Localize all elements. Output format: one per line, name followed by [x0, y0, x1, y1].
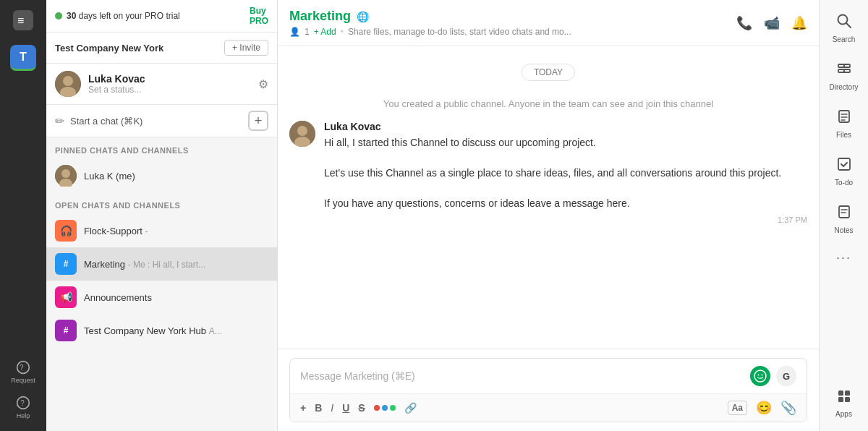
red-color-dot: [374, 405, 380, 411]
svg-rect-26: [839, 206, 849, 218]
svg-point-15: [754, 370, 766, 382]
add-members-link[interactable]: + Add: [314, 27, 336, 37]
svg-point-16: [758, 375, 760, 376]
request-nav-item[interactable]: ? Request: [8, 356, 38, 388]
svg-point-13: [297, 126, 307, 136]
trial-bar: 30 days left on your PRO trial Buy PRO: [46, 0, 277, 33]
trial-text: 30 days left on your PRO trial: [67, 11, 180, 21]
channel-item-hub[interactable]: # Test Company New York Hub A...: [46, 314, 277, 347]
start-chat-label: Start a chat (⌘K): [70, 116, 142, 127]
chat-header: Marketing 🌐 👤 1 + Add • Share files, man…: [278, 0, 819, 46]
attach-file-button[interactable]: 📎: [780, 400, 796, 416]
text-format-button[interactable]: Aa: [728, 401, 747, 415]
message-input-box: Message Marketing (⌘E) G + B: [289, 358, 807, 422]
more-options-button[interactable]: ···: [830, 244, 857, 271]
invite-button[interactable]: + Invite: [224, 40, 268, 56]
emoji-toolbar-button[interactable]: 😊: [756, 400, 772, 416]
user-status[interactable]: Set a status...: [88, 85, 145, 95]
directory-sidebar-item[interactable]: Directory: [820, 54, 868, 98]
channel-icon-announcements: 📢: [55, 286, 77, 308]
todo-icon: [836, 156, 852, 176]
formatting-toolbar: + B I U S 🔗 Aa 😊 📎: [290, 393, 807, 422]
files-icon: [836, 108, 852, 128]
new-channel-button[interactable]: +: [248, 111, 268, 131]
apps-grid-icon: [836, 388, 852, 407]
right-sidebar: Search Directory Files: [819, 0, 868, 431]
pencil-icon: ✏: [55, 114, 64, 128]
start-chat-row: ✏ Start a chat (⌘K) +: [46, 105, 277, 137]
svg-line-19: [846, 23, 851, 27]
message-text: Hi all, I started this Channel to discus…: [324, 135, 807, 211]
strikethrough-button[interactable]: S: [358, 402, 365, 414]
channel-description: Share files, manage to-do lists, start v…: [348, 27, 571, 37]
settings-gear-icon[interactable]: ⚙: [258, 77, 268, 91]
svg-text:≡: ≡: [17, 14, 24, 27]
notes-sidebar-item[interactable]: Notes: [820, 197, 868, 242]
search-sidebar-item[interactable]: Search: [820, 6, 868, 51]
message-timestamp: 1:37 PM: [324, 216, 807, 224]
channel-icon-marketing: #: [55, 253, 77, 275]
grammarly-button[interactable]: G: [776, 366, 796, 386]
emoji-picker-button[interactable]: [750, 366, 770, 386]
pinned-section-header: PINNED CHATS AND CHANNELS: [46, 137, 277, 159]
svg-point-17: [762, 375, 763, 376]
channel-public-icon: 🌐: [357, 11, 369, 22]
message-sender-avatar: [289, 121, 315, 147]
notifications-bell-button[interactable]: 🔔: [791, 15, 807, 31]
channel-item-flock-support[interactable]: 🎧 Flock-Support -: [46, 214, 277, 247]
pinned-user-avatar: [55, 165, 77, 187]
svg-text:?: ?: [20, 364, 24, 372]
svg-rect-25: [838, 158, 850, 170]
channel-name-hub: Test Company New York Hub A...: [84, 325, 222, 336]
pinned-user-item[interactable]: Luka K (me): [46, 159, 277, 192]
todo-sidebar-item[interactable]: To-do: [820, 149, 868, 194]
green-color-dot: [390, 405, 396, 411]
svg-point-7: [63, 76, 73, 86]
apps-sidebar-item[interactable]: Apps: [820, 381, 868, 425]
workspace-avatar[interactable]: T: [10, 45, 36, 71]
todo-label: To-do: [835, 179, 853, 187]
italic-button[interactable]: I: [331, 402, 333, 414]
start-chat-button[interactable]: ✏ Start a chat (⌘K): [55, 114, 242, 128]
channel-item-marketing[interactable]: # Marketing - Me : Hi all, I start...: [46, 247, 277, 281]
workspace-row: Test Company New York + Invite: [46, 33, 277, 64]
channel-item-announcements[interactable]: 📢 Announcements: [46, 281, 277, 314]
link-button[interactable]: 🔗: [404, 402, 417, 414]
files-label: Files: [836, 131, 851, 139]
add-attachment-button[interactable]: +: [300, 402, 306, 414]
video-call-button[interactable]: 📹: [764, 15, 780, 31]
main-content: Marketing 🌐 👤 1 + Add • Share files, man…: [278, 0, 819, 431]
files-sidebar-item[interactable]: Files: [820, 101, 868, 146]
help-nav-item[interactable]: ? Help: [8, 391, 38, 424]
buy-pro-button[interactable]: Buy PRO: [250, 6, 268, 26]
underline-button[interactable]: U: [342, 402, 349, 414]
svg-rect-29: [838, 397, 843, 402]
apps-label: Apps: [835, 410, 852, 418]
date-pill: TODAY: [522, 64, 575, 81]
date-divider: TODAY: [289, 64, 807, 81]
chat-subtitle: 👤 1 + Add • Share files, manage to-do li…: [289, 27, 571, 37]
svg-point-10: [61, 169, 70, 178]
message-input[interactable]: Message Marketing (⌘E): [300, 370, 743, 382]
trial-status-dot: [55, 12, 62, 20]
workspace-name: Test Company New York: [55, 43, 163, 54]
system-message: You created a public channel. Anyone in …: [289, 95, 807, 112]
svg-text:?: ?: [20, 399, 25, 407]
color-picker-button[interactable]: [374, 405, 396, 411]
messages-area: TODAY You created a public channel. Anyo…: [278, 46, 819, 349]
channel-name-flock: Flock-Support -: [84, 226, 148, 236]
channel-name-marketing: Marketing - Me : Hi all, I start...: [84, 259, 205, 270]
far-left-bar: ≡ T ? Request ? Help: [0, 0, 46, 431]
channel-icon-flock: 🎧: [55, 220, 77, 242]
channel-name-announcements: Announcements: [84, 292, 152, 303]
svg-point-22: [843, 65, 844, 67]
svg-rect-30: [845, 397, 850, 402]
directory-label: Directory: [829, 83, 858, 91]
bold-button[interactable]: B: [315, 402, 322, 414]
svg-point-23: [843, 70, 844, 72]
user-avatar: [55, 71, 81, 97]
voice-call-button[interactable]: 📞: [736, 15, 752, 31]
channel-icon-hub: #: [55, 320, 77, 341]
search-icon: [836, 13, 852, 33]
user-name: Luka Kovac: [88, 73, 145, 85]
